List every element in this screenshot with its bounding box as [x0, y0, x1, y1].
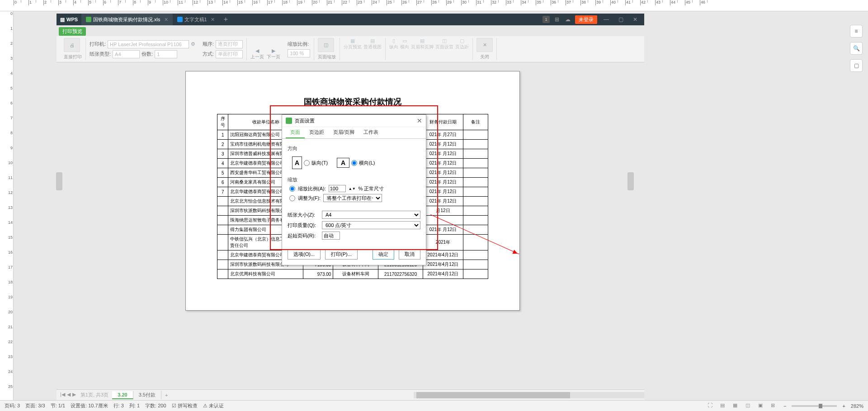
printer-label: 打印机: — [90, 41, 106, 47]
status-page-num: 页码: 3 — [5, 402, 20, 409]
top-ruler: 0123456789101112131415161718192021222324… — [0, 0, 868, 11]
zoom-slider[interactable] — [792, 405, 837, 407]
login-button[interactable]: 未登录 — [575, 15, 597, 24]
scale-ratio-radio[interactable] — [289, 186, 295, 192]
mode-label: 方式: — [203, 51, 214, 57]
dialog-tab-page[interactable]: 页面 — [286, 127, 305, 138]
dialog-tabs: 页面 页边距 页眉/页脚 工作表 — [282, 127, 426, 139]
direct-print-label: 直接打印 — [64, 54, 82, 60]
view-mode-1-icon[interactable]: ▤ — [720, 402, 727, 410]
direct-print-icon[interactable]: 🖨 — [64, 38, 80, 52]
close-preview-icon[interactable]: ✕ — [476, 38, 493, 52]
prev-page-icon[interactable]: ◀ — [250, 48, 264, 54]
dialog-app-icon — [286, 118, 292, 124]
sheet-next-icon[interactable]: ▶ — [72, 392, 76, 398]
zoom-in-button[interactable]: + — [842, 403, 845, 409]
zoom-ratio-label: 缩放比例: — [288, 41, 309, 47]
notification-badge[interactable]: 1 — [542, 16, 550, 23]
view-mode-4-icon[interactable]: ▣ — [758, 402, 765, 410]
sidebar-zoom-icon[interactable]: 🔍 — [850, 42, 863, 55]
scroll-handle-right[interactable] — [627, 172, 634, 190]
ok-button[interactable]: 确定 — [373, 249, 394, 260]
paper-size-select[interactable]: A4 — [322, 211, 420, 219]
status-page-info: 页面: 3/3 — [25, 402, 45, 409]
status-setting: 设置值: 10.7厘米 — [71, 402, 108, 409]
tab-document[interactable]: 文字文稿1 ✕ — [173, 14, 219, 25]
fit-to-radio[interactable] — [289, 195, 295, 201]
paper-size-label: 纸张大小(Z): — [288, 212, 319, 218]
mode-select[interactable] — [216, 50, 243, 58]
col-remark: 备注 — [463, 114, 488, 130]
zoom-input[interactable] — [288, 49, 310, 57]
printer-select[interactable] — [108, 40, 189, 48]
close-button[interactable]: ✕ — [630, 16, 641, 23]
portrait-radio[interactable] — [304, 160, 310, 166]
xls-icon — [86, 17, 91, 22]
order-select[interactable] — [216, 40, 243, 48]
settings-icon[interactable]: ⚙ — [191, 41, 195, 47]
print-quality-select[interactable]: 600 点/英寸 — [322, 221, 420, 229]
sheet-tabs-bar: |◀ ◀ ▶ 第1页, 共3页 3.20 3.5付款 + — [57, 389, 644, 400]
portrait-icon[interactable]: ▯ — [389, 38, 398, 44]
view-mode-5-icon[interactable]: ⊞ — [771, 402, 778, 410]
zoom-value[interactable]: 282% — [851, 403, 863, 409]
sheet-tab-320[interactable]: 3.20 — [112, 391, 133, 399]
page-setup-icon[interactable]: ◫ — [435, 38, 453, 44]
view-mode-2-icon[interactable]: ▦ — [733, 402, 740, 410]
status-auth[interactable]: ⚠ 未认证 — [203, 402, 224, 409]
sidebar-crop-icon[interactable]: ▢ — [850, 59, 863, 72]
view-mode-3-icon[interactable]: ◫ — [745, 402, 753, 410]
sheet-tab-35payment[interactable]: 3.5付款 — [133, 391, 161, 399]
copies-input[interactable] — [155, 50, 177, 58]
page-setup-dialog: 页面设置 ✕ 页面 页边距 页眉/页脚 工作表 方向 A 纵向(T) — [282, 114, 426, 265]
start-page-input[interactable] — [322, 231, 340, 240]
dialog-tab-sheet[interactable]: 工作表 — [359, 127, 383, 138]
page-break-preview-icon: ▦ — [344, 38, 362, 44]
new-tab-button[interactable]: + — [219, 15, 232, 24]
print-preview-badge: 打印预览 — [59, 27, 86, 36]
options-button[interactable]: 选项(O)... — [288, 249, 321, 260]
paper-type-select[interactable] — [113, 50, 140, 58]
close-preview-label: 关闭 — [476, 54, 493, 60]
page-scale-icon[interactable]: ◫ — [318, 38, 334, 52]
scale-value-input[interactable] — [329, 185, 346, 192]
close-icon[interactable]: ✕ — [164, 17, 168, 23]
cloud-icon[interactable]: ☁ — [564, 16, 571, 23]
fullscreen-icon[interactable]: ⛶ — [708, 402, 715, 410]
paper-label: 纸张类型: — [90, 51, 111, 57]
next-page-icon[interactable]: ▶ — [267, 48, 280, 54]
dialog-tab-header-footer[interactable]: 页眉/页脚 — [329, 127, 359, 138]
sheet-first-icon[interactable]: |◀ — [60, 392, 65, 398]
status-spell-check[interactable]: ☑ 拼写检查 — [172, 402, 198, 409]
horizontal-scrollbar[interactable] — [414, 392, 644, 398]
print-button[interactable]: 打印(P)... — [325, 249, 358, 260]
tab-spreadsheet[interactable]: 国铁商城物资采购付款情况.xls ✕ — [81, 14, 173, 25]
sheet-prev-icon[interactable]: ◀ — [67, 392, 71, 398]
landscape-icon[interactable]: ▭ — [400, 38, 409, 44]
margins-icon[interactable]: ▢ — [455, 38, 469, 44]
dialog-close-button[interactable]: ✕ — [417, 117, 422, 124]
scroll-handle-left[interactable] — [56, 172, 62, 190]
dialog-tab-margins[interactable]: 页边距 — [305, 127, 329, 138]
minimize-button[interactable]: — — [601, 16, 612, 23]
dialog-title: 页面设置 — [295, 118, 315, 124]
direction-group-label: 方向 — [288, 145, 420, 152]
zoom-out-button[interactable]: − — [783, 403, 786, 409]
sidebar-paragraph-icon[interactable]: ≡ — [850, 25, 863, 38]
prev-page-label: 上一页 — [250, 54, 264, 60]
document-title: 国铁商城物资采购付款情况 — [186, 96, 519, 107]
landscape-radio[interactable] — [351, 160, 357, 166]
order-label: 顺序: — [203, 41, 214, 47]
wps-logo[interactable]: ▨WPS — [57, 17, 81, 23]
maximize-button[interactable]: ▢ — [615, 16, 626, 23]
fit-to-select[interactable]: 将整个工作表打印在一页 — [323, 194, 382, 202]
left-ruler: 0123456789101112131415161718192021222324… — [0, 11, 14, 400]
sheet-info: 第1页, 共3页 — [80, 392, 108, 398]
grid-icon[interactable]: ⊞ — [553, 16, 561, 23]
header-footer-icon[interactable]: ▤ — [411, 38, 434, 44]
col-finance: 财务付款日期 — [423, 114, 463, 130]
add-sheet-button[interactable]: + — [161, 392, 171, 398]
close-icon[interactable]: ✕ — [211, 17, 215, 23]
col-no: 序号 — [217, 114, 228, 130]
cancel-button[interactable]: 取消 — [399, 249, 420, 260]
